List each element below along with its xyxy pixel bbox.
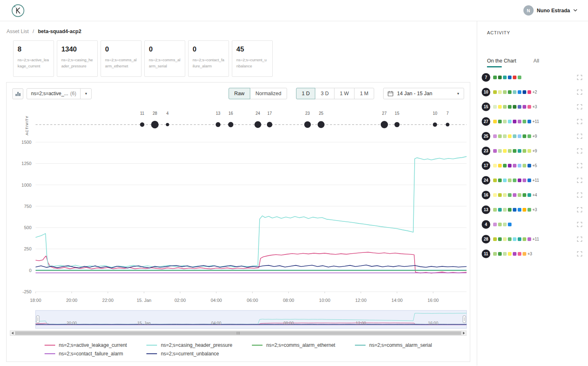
series-select[interactable]: ns=2;s=active_... (6) ▼ <box>27 88 92 99</box>
expand-icon[interactable] <box>577 178 582 183</box>
stat-card-label: ns=2;s=active_leakage_current <box>18 57 49 69</box>
main-chart[interactable]: 1500125010007505002500-25018:0020:0022:0… <box>9 102 467 304</box>
range-button-1m[interactable]: 1 M <box>354 88 374 99</box>
activity-row[interactable]: 25+9 <box>477 129 588 143</box>
brush-handle-left[interactable] <box>36 316 39 323</box>
color-swatch <box>523 120 526 123</box>
date-range-picker[interactable]: 14 Jan - 15 Jan ▼ <box>383 88 464 99</box>
scrollbar-thumb[interactable] <box>15 331 461 335</box>
activity-row[interactable]: 23+9 <box>477 143 588 158</box>
activity-dot[interactable] <box>166 123 169 126</box>
app-logo[interactable] <box>11 3 25 18</box>
activity-dot[interactable] <box>433 123 437 127</box>
scrollbar-track[interactable] <box>15 330 461 336</box>
tab-on-the-chart[interactable]: On the Chart <box>487 58 516 67</box>
color-swatch <box>493 179 497 182</box>
more-count: +5 <box>532 163 537 168</box>
legend-item[interactable]: ns=2;s=active_leakage_current <box>45 342 127 348</box>
brush-selection[interactable] <box>36 310 467 328</box>
legend-item[interactable]: ns=2;s=comms_alarm_serial <box>355 342 432 348</box>
series-select-value: ns=2;s=active_... <box>31 91 68 96</box>
user-menu[interactable]: N Nuno Estrada <box>523 5 577 16</box>
color-swatch <box>503 208 507 212</box>
color-swatch <box>503 179 507 182</box>
activity-row[interactable]: 11+3 <box>477 246 588 261</box>
activity-dot[interactable] <box>228 122 233 127</box>
activity-row[interactable]: 16+4 <box>477 187 588 202</box>
range-button-1d[interactable]: 1 D <box>296 88 315 99</box>
color-swatch <box>508 134 512 138</box>
color-swatch <box>527 193 531 197</box>
activity-row[interactable]: 13+3 <box>477 202 588 217</box>
range-button-1w[interactable]: 1 W <box>334 88 355 99</box>
expand-icon[interactable] <box>577 237 582 242</box>
expand-icon[interactable] <box>577 148 582 154</box>
activity-row[interactable]: 7 <box>477 70 588 85</box>
expand-icon[interactable] <box>577 163 582 168</box>
color-swatch <box>508 105 512 109</box>
tab-all[interactable]: All <box>534 58 539 67</box>
color-swatch <box>503 134 507 138</box>
minimap-chart[interactable]: 20:0015. Jan04:0008:0012:0016:00 <box>9 310 467 329</box>
content-area: Asset List / beta-squad4-acp2 8ns=2;s=ac… <box>0 21 588 366</box>
activity-row[interactable]: 28+11 <box>477 232 588 246</box>
series-line[interactable] <box>36 265 467 268</box>
activity-row[interactable]: 24+11 <box>477 173 588 187</box>
activity-row[interactable]: 4 <box>477 217 588 232</box>
expand-icon[interactable] <box>577 134 582 139</box>
series-select-caret-icon[interactable]: ▼ <box>80 89 91 99</box>
activity-count-badge: 24 <box>482 176 490 185</box>
activity-dot[interactable] <box>151 121 158 128</box>
more-count: +9 <box>532 149 537 153</box>
scroll-left-arrow[interactable] <box>10 330 15 336</box>
mode-button-normalized[interactable]: Normalized <box>250 88 287 99</box>
stat-card[interactable]: 0ns=2;s=contact_failure_alarm <box>188 40 229 77</box>
expand-icon[interactable] <box>577 89 582 95</box>
svg-text:15. Jan: 15. Jan <box>137 298 151 303</box>
chart-type-button[interactable] <box>12 88 23 99</box>
expand-icon[interactable] <box>577 75 582 80</box>
activity-dot[interactable] <box>140 123 144 127</box>
range-button-3d[interactable]: 3 D <box>315 88 334 99</box>
stat-card[interactable]: 0ns=2;s=comms_alarm_serial <box>144 40 185 77</box>
breadcrumb-asset-list[interactable]: Asset List <box>7 29 29 34</box>
legend-item[interactable]: ns=2;s=contact_failure_alarm <box>45 351 127 357</box>
activity-row[interactable]: 15+3 <box>477 99 588 114</box>
expand-icon[interactable] <box>577 222 582 227</box>
activity-dot[interactable] <box>317 121 324 128</box>
color-swatch <box>503 223 507 226</box>
expand-icon[interactable] <box>577 104 582 109</box>
legend-item[interactable]: ns=2;s=casing_header_pressure <box>146 342 232 348</box>
activity-dot[interactable] <box>254 121 261 128</box>
expand-icon[interactable] <box>577 119 582 124</box>
activity-dot[interactable] <box>446 123 449 127</box>
expand-icon[interactable] <box>577 207 582 212</box>
activity-dot[interactable] <box>215 122 220 127</box>
svg-text:08:00: 08:00 <box>283 321 294 326</box>
scroll-right-arrow[interactable] <box>461 330 467 336</box>
activity-row[interactable]: 17+5 <box>477 158 588 173</box>
svg-text:12:00: 12:00 <box>355 298 366 303</box>
expand-icon[interactable] <box>577 251 582 257</box>
mode-button-raw[interactable]: Raw <box>229 88 250 99</box>
activity-count-badge: 7 <box>482 73 490 82</box>
activity-dot[interactable] <box>394 122 399 127</box>
brush-handle-right[interactable] <box>463 316 466 323</box>
color-swatch <box>503 76 507 79</box>
activity-row[interactable]: 27+11 <box>477 114 588 129</box>
date-picker-caret-icon[interactable]: ▼ <box>453 88 464 99</box>
stat-card[interactable]: 0ns=2;s=comms_alarm_ethernet <box>101 40 141 77</box>
activity-dot[interactable] <box>304 121 311 128</box>
expand-icon[interactable] <box>577 192 582 198</box>
series-line[interactable] <box>36 156 467 267</box>
legend-item[interactable]: ns=2;s=current_unbalance <box>146 351 232 357</box>
stat-card[interactable]: 8ns=2;s=active_leakage_current <box>13 40 54 77</box>
activity-row[interactable]: 10+2 <box>477 85 588 99</box>
more-count: +11 <box>532 237 539 241</box>
activity-dot[interactable] <box>381 121 388 128</box>
legend-item[interactable]: ns=2;s=comms_alarm_ethernet <box>252 342 335 348</box>
activity-dot[interactable] <box>267 122 272 127</box>
stat-card[interactable]: 1340ns=2;s=casing_header_pressure <box>57 40 98 77</box>
horizontal-scrollbar[interactable] <box>10 330 467 336</box>
stat-card[interactable]: 45ns=2;s=current_unbalance <box>232 40 273 77</box>
